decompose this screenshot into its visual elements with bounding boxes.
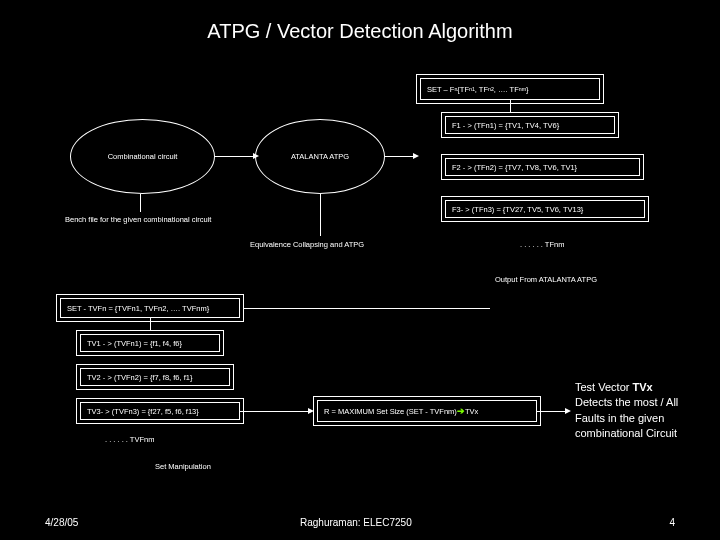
footer-page: 4 <box>669 517 675 528</box>
tv3-box: TV3- > (TVFn3) = {f27, f5, f6, f13} <box>80 402 240 420</box>
f1-box: F1 - > (TFn1) = {TV1, TV4, TV6} <box>445 116 615 134</box>
arrow-output-left <box>240 308 490 309</box>
tfnm-dots: . . . . . . TFnm <box>520 240 564 249</box>
atalanta-atpg-ellipse: ATALANTA ATPG <box>255 119 385 194</box>
equivalence-collapsing-label: Equivalence Collapsing and ATPG <box>250 240 364 249</box>
arrow-atalanta-out <box>385 156 415 157</box>
arrow-tv-to-r <box>240 411 310 412</box>
r-max-box: R = MAXIMUM Set Size (SET - TVFnm) ➔ TVx <box>317 400 537 422</box>
page-title: ATPG / Vector Detection Algorithm <box>0 20 720 43</box>
footer-center: Raghuraman: ELEC7250 <box>300 517 412 528</box>
arrow-comb-down <box>140 194 141 212</box>
set-fn-box: SET – Fn {TFn1, TFn2, …. TFnm} <box>420 78 600 100</box>
tvfnm-dots: . . . . . . TVFnm <box>105 435 154 444</box>
set-manipulation-label: Set Manipulation <box>155 462 211 471</box>
arrowhead-r-to-result <box>565 408 571 414</box>
arrowhead-atalanta-out <box>413 153 419 159</box>
arrowhead-tv-to-r <box>308 408 314 414</box>
arrow-r-to-result <box>537 411 567 412</box>
bench-file-label: Bench file for the given combinational c… <box>65 215 211 224</box>
footer-date: 4/28/05 <box>45 517 78 528</box>
tv2-box: TV2 - > (TVFn2) = {f7, f8, f6, f1} <box>80 368 230 386</box>
arrowhead-comb-to-atalanta <box>253 153 259 159</box>
arrow-atalanta-down <box>320 194 321 236</box>
tv1-box: TV1 - > (TVFn1) = {f1, f4, f6} <box>80 334 220 352</box>
arrow-tvfn-down <box>150 318 151 330</box>
arrow-comb-to-atalanta <box>215 156 255 157</box>
combinational-circuit-ellipse: Combinational circuit <box>70 119 215 194</box>
f2-box: F2 - > (TFn2) = {TV7, TV8, TV6, TV1} <box>445 158 640 176</box>
f3-box: F3- > (TFn3) = {TV27, TV5, TV6, TV13} <box>445 200 645 218</box>
set-tvfn-box: SET - TVFn = {TVFn1, TVFn2, …. TVFnm} <box>60 298 240 318</box>
result-text: Test Vector TVxDetects the most / AllFau… <box>575 380 710 442</box>
arrow-set-down <box>510 100 511 115</box>
output-from-label: Output From ATALANTA ATPG <box>495 275 597 284</box>
